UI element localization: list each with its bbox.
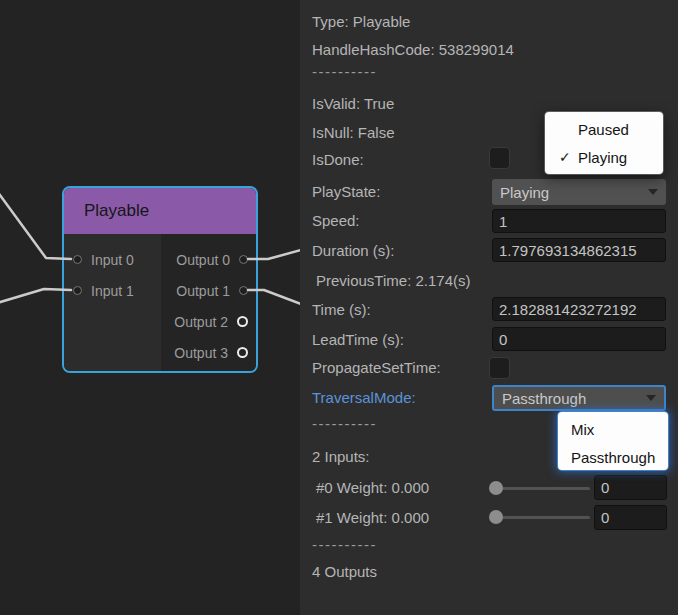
play-state-dropdown[interactable]: Playing [492,179,666,205]
node-header[interactable]: Playable [64,188,256,234]
slider-track[interactable] [496,516,590,519]
output-port-icon[interactable] [237,347,248,358]
input-port-icon[interactable] [73,255,82,264]
duration-field[interactable] [492,238,666,262]
play-state-label: PlayState: [312,183,380,200]
lead-time-label: LeadTime (s): [312,331,404,348]
weight-1-label: #1 Weight: 0.000 [316,509,429,526]
weight-0-field[interactable] [594,475,667,500]
handle-hashcode-line: HandleHashCode: 538299014 [312,41,514,58]
inputs-header: 2 Inputs: [312,448,370,465]
node-inputs-column: Input 0 Input 1 [64,234,161,373]
weight-0-slider[interactable] [486,480,592,496]
divider: ---------- [312,536,377,553]
weight-1-slider[interactable] [486,509,592,525]
node-input-1[interactable]: Input 1 [64,275,161,306]
traversal-mode-label: TraversalMode: [312,389,416,406]
duration-label: Duration (s): [312,242,395,259]
slider-handle[interactable] [489,510,503,524]
output-port-label: Output 1 [176,283,230,299]
output-port-icon[interactable] [237,316,248,327]
input-port-label: Input 1 [91,283,134,299]
outputs-header: 4 Outputs [312,563,377,580]
divider: ---------- [312,415,377,432]
input-port-label: Input 0 [91,252,134,268]
chevron-down-icon [648,189,658,195]
speed-label: Speed: [312,212,360,229]
traversal-mode-dropdown[interactable]: Passthrough [492,385,666,411]
menu-item-paused[interactable]: Paused [545,115,663,143]
menu-item-passthrough[interactable]: Passthrough [558,443,668,471]
output-port-label: Output 3 [174,345,228,361]
inspector-panel: Type: Playable HandleHashCode: 538299014… [300,0,678,615]
node-body: Input 0 Input 1 Output 0 Output 1 Output [64,234,256,373]
is-valid-line: IsValid: True [312,95,394,112]
slider-track[interactable] [496,487,590,490]
node-output-0[interactable]: Output 0 [161,244,256,275]
weight-1-field[interactable] [594,505,667,530]
chevron-down-icon [646,395,656,401]
menu-item-mix[interactable]: Mix [558,415,668,443]
menu-item-label: Paused [578,121,629,138]
time-field[interactable] [492,297,666,321]
output-port-label: Output 2 [174,314,228,330]
playable-node[interactable]: Playable Input 0 Input 1 Output 0 [62,186,258,373]
output-port-icon[interactable] [239,286,248,295]
slider-handle[interactable] [489,481,503,495]
menu-item-label: Mix [571,421,594,438]
menu-item-playing[interactable]: ✓ Playing [545,143,663,171]
edge [0,289,71,303]
graph-canvas[interactable]: Playable Input 0 Input 1 Output 0 [0,0,300,615]
edge [0,191,71,259]
previous-time-line: PreviousTime: 2.174(s) [316,272,471,289]
output-port-label: Output 0 [176,252,230,268]
traversal-mode-popup-menu: Mix Passthrough [558,412,668,470]
is-null-line: IsNull: False [312,124,395,141]
propagate-set-time-checkbox[interactable] [489,357,510,379]
propagate-set-time-label: PropagateSetTime: [312,359,441,376]
input-port-icon[interactable] [73,286,82,295]
play-state-value: Playing [500,184,549,201]
node-outputs-column: Output 0 Output 1 Output 2 Output 3 [161,234,256,373]
is-done-label: IsDone: [312,151,364,168]
node-title: Playable [84,201,149,221]
lead-time-field[interactable] [492,327,666,351]
type-line: Type: Playable [312,13,410,30]
traversal-mode-value: Passthrough [502,390,586,407]
play-state-popup-menu: Paused ✓ Playing [545,112,663,174]
node-output-3[interactable]: Output 3 [161,337,256,368]
speed-field[interactable] [492,209,666,233]
menu-item-label: Playing [578,149,627,166]
node-output-1[interactable]: Output 1 [161,275,256,306]
menu-item-label: Passthrough [571,449,655,466]
node-output-2[interactable]: Output 2 [161,306,256,337]
checkmark-icon: ✓ [545,149,578,165]
divider: ---------- [312,63,377,80]
weight-0-label: #0 Weight: 0.000 [316,479,429,496]
node-input-0[interactable]: Input 0 [64,244,161,275]
time-label: Time (s): [312,301,371,318]
output-port-icon[interactable] [239,255,248,264]
is-done-checkbox[interactable] [489,147,510,169]
